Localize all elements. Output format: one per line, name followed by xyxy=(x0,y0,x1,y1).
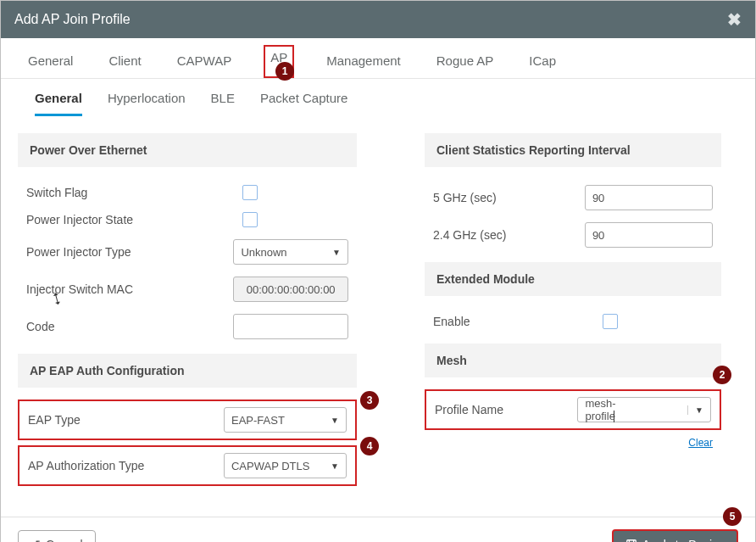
tab-management[interactable]: Management xyxy=(323,48,404,78)
subtab-general[interactable]: General xyxy=(35,91,82,116)
power-injector-state-row: Power Injector State xyxy=(18,206,357,233)
switch-flag-checkbox[interactable] xyxy=(242,185,258,200)
chevron-down-icon: ▼ xyxy=(332,248,341,257)
callout-badge-3: 3 xyxy=(360,391,379,410)
mesh-header: Mesh xyxy=(425,344,721,377)
injector-switch-mac-field[interactable]: 00:00:00:00:00:00 xyxy=(233,277,348,302)
callout-badge-5: 5 xyxy=(723,507,742,526)
eap-type-row: EAP Type EAP-FAST ▼ xyxy=(19,401,355,439)
titlebar: Add AP Join Profile ✖ xyxy=(1,1,755,38)
right-column: Client Statistics Reporting Interval 5 G… xyxy=(425,125,721,491)
switch-flag-row: Switch Flag xyxy=(18,179,357,206)
callout-badge-2: 2 xyxy=(713,366,731,384)
ext-enable-checkbox[interactable] xyxy=(603,314,618,329)
ext-enable-row: Enable xyxy=(425,308,721,335)
poe-header: Power Over Ethernet xyxy=(18,133,357,167)
ext-header: Extended Module xyxy=(425,262,721,296)
ghz24-row: 2.4 GHz (sec) 90 xyxy=(425,216,721,254)
ghz5-field[interactable]: 90 xyxy=(585,185,713,210)
chevron-down-icon: ▼ xyxy=(331,461,339,471)
ext-enable-label: Enable xyxy=(433,315,552,328)
eap-type-label: EAP Type xyxy=(28,413,181,427)
auth-type-callout: AP Authorization Type CAPWAP DTLS ▼ 4 xyxy=(18,445,357,486)
tab-capwap[interactable]: CAPWAP xyxy=(174,48,235,78)
ghz5-label: 5 GHz (sec) xyxy=(433,191,552,204)
apply-wrap: 5 Apply to Device xyxy=(612,529,738,542)
mesh-profile-row: Profile Name mesh-profile ▼ xyxy=(426,391,720,428)
modal-title: Add AP Join Profile xyxy=(14,12,131,27)
subtab-ble[interactable]: BLE xyxy=(211,91,235,116)
power-injector-state-checkbox[interactable] xyxy=(242,212,258,227)
content-area: Power Over Ethernet Switch Flag Power In… xyxy=(1,116,755,517)
undo-icon: ↺ xyxy=(31,538,41,542)
tab-rogue-ap[interactable]: Rogue AP xyxy=(433,48,498,78)
footer: ↺ Cancel 5 Apply to Device xyxy=(1,517,755,542)
ghz5-row: 5 GHz (sec) 90 xyxy=(425,179,721,216)
mesh-clear-link[interactable]: Clear xyxy=(425,435,721,449)
callout-badge-4: 4 xyxy=(360,437,379,455)
primary-tabs: General Client CAPWAP AP 1 Management Ro… xyxy=(1,38,755,79)
chevron-down-icon: ▼ xyxy=(331,416,339,425)
apply-to-device-button[interactable]: Apply to Device xyxy=(612,529,738,542)
tab-general[interactable]: General xyxy=(25,48,76,78)
code-field[interactable] xyxy=(233,314,348,339)
csr-header: Client Statistics Reporting Interval xyxy=(425,133,721,167)
tab-client[interactable]: Client xyxy=(105,48,144,78)
save-icon xyxy=(625,539,637,542)
chevron-down-icon: ▼ xyxy=(687,405,703,415)
eap-type-select[interactable]: EAP-FAST ▼ xyxy=(224,407,347,433)
subtab-hyperlocation[interactable]: Hyperlocation xyxy=(108,91,186,116)
code-row: Code xyxy=(18,308,357,345)
cancel-button[interactable]: ↺ Cancel xyxy=(18,530,96,542)
add-ap-join-profile-modal: Add AP Join Profile ✖ General Client CAP… xyxy=(0,0,756,542)
callout-badge-1: 1 xyxy=(275,62,294,81)
auth-type-row: AP Authorization Type CAPWAP DTLS ▼ xyxy=(19,447,355,484)
auth-type-select[interactable]: CAPWAP DTLS ▼ xyxy=(224,453,347,478)
ghz24-field[interactable]: 90 xyxy=(585,222,713,248)
subtab-packet-capture[interactable]: Packet Capture xyxy=(260,91,347,116)
tab-ap[interactable]: AP 1 xyxy=(264,45,294,78)
eap-header: AP EAP Auth Configuration xyxy=(18,354,357,388)
eap-type-callout: EAP Type EAP-FAST ▼ 3 xyxy=(18,400,357,440)
power-injector-type-label: Power Injector Type xyxy=(26,245,179,259)
close-icon[interactable]: ✖ xyxy=(727,9,742,30)
auth-type-label: AP Authorization Type xyxy=(28,459,181,472)
mesh-profile-select[interactable]: mesh-profile ▼ xyxy=(577,397,711,422)
injector-switch-mac-label: Injector Switch MAC xyxy=(26,282,179,296)
switch-flag-label: Switch Flag xyxy=(26,186,179,199)
power-injector-type-row: Power Injector Type Unknown ▼ xyxy=(18,233,357,271)
left-column: Power Over Ethernet Switch Flag Power In… xyxy=(18,125,357,491)
sub-tabs: General Hyperlocation BLE Packet Capture xyxy=(1,79,755,116)
power-injector-state-label: Power Injector State xyxy=(26,213,179,226)
ghz24-label: 2.4 GHz (sec) xyxy=(433,228,552,242)
injector-switch-mac-row: Injector Switch MAC 00:00:00:00:00:00 ⭥ xyxy=(18,271,357,308)
tab-icap[interactable]: ICap xyxy=(525,48,559,78)
mesh-profile-callout: 2 Profile Name mesh-profile ▼ Clear xyxy=(425,389,721,449)
power-injector-type-select[interactable]: Unknown ▼ xyxy=(233,239,348,265)
mesh-profile-label: Profile Name xyxy=(435,403,553,416)
code-label: Code xyxy=(26,320,179,333)
